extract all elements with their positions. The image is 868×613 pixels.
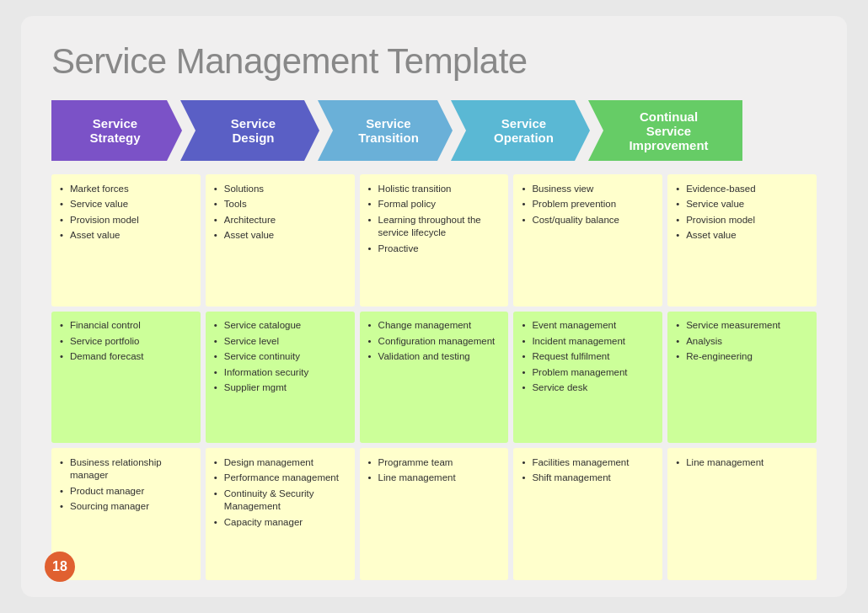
- list-item: Analysis: [676, 333, 808, 349]
- list-item: Service measurement: [676, 318, 808, 334]
- list-item: Service continuity: [214, 349, 346, 365]
- cell-r3-st: Programme team Line management: [360, 448, 509, 580]
- list-item: Cost/quality balance: [522, 212, 654, 228]
- arrow-label-ss: ServiceStrategy: [89, 116, 140, 145]
- arrow-label-st: ServiceTransition: [358, 116, 419, 145]
- list-item: Asset value: [676, 228, 808, 244]
- page-title: Service Management Template: [51, 41, 817, 82]
- cell-r1-st: Holistic transition Formal policy Learni…: [360, 174, 509, 306]
- list-item: Architecture: [214, 212, 346, 228]
- list-item: Information security: [214, 365, 346, 381]
- list-item: Problem prevention: [522, 197, 654, 213]
- list-item: Holistic transition: [368, 181, 501, 197]
- cell-r3-so: Facilities management Shift management: [513, 448, 662, 580]
- list-item: Request fulfilment: [522, 349, 654, 365]
- arrow-service-design: ServiceDesign: [180, 100, 319, 161]
- list-item: Problem management: [522, 365, 654, 381]
- list-item: Business relationship manager: [60, 455, 192, 483]
- list-item: Incident management: [522, 333, 654, 349]
- list-item: Validation and testing: [368, 349, 501, 365]
- cell-r1-csi: Evidence-based Service value Provision m…: [667, 174, 817, 306]
- list-item: Proactive: [368, 241, 501, 257]
- cell-r1-so: Business view Problem prevention Cost/qu…: [513, 174, 662, 306]
- list-item: Solutions: [214, 181, 346, 197]
- list-item: Market forces: [60, 181, 192, 197]
- arrow-header: ServiceStrategy ServiceDesign ServiceTra…: [51, 100, 817, 161]
- cell-r2-csi: Service measurement Analysis Re-engineer…: [667, 312, 817, 444]
- list-item: Configuration management: [368, 333, 501, 349]
- content-grid: Market forces Service value Provision mo…: [51, 174, 817, 580]
- list-item: Tools: [214, 197, 346, 213]
- list-item: Service catalogue: [214, 318, 346, 334]
- list-item: Shift management: [522, 471, 654, 487]
- cell-r2-st: Change management Configuration manageme…: [360, 312, 509, 444]
- slide: Service Management Template ServiceStrat…: [21, 16, 847, 597]
- cell-r2-so: Event management Incident management Req…: [513, 312, 662, 444]
- cell-r1-ss: Market forces Service value Provision mo…: [51, 174, 201, 306]
- cell-r3-csi: Line management: [667, 448, 817, 580]
- arrow-label-sd: ServiceDesign: [231, 116, 276, 145]
- list-item: Facilities management: [522, 455, 654, 471]
- list-item: Line management: [676, 455, 808, 471]
- list-item: Event management: [522, 318, 654, 334]
- list-item: Service desk: [522, 381, 654, 397]
- list-item: Supplier mgmt: [214, 381, 346, 397]
- list-item: Evidence-based: [676, 181, 808, 197]
- list-item: Sourcing manager: [60, 499, 192, 515]
- list-item: Service value: [676, 197, 808, 213]
- list-item: Design management: [214, 455, 346, 471]
- arrow-csi: ContinualServiceImprovement: [588, 100, 742, 161]
- list-item: Programme team: [368, 455, 501, 471]
- list-item: Asset value: [60, 228, 192, 244]
- list-item: Service level: [214, 333, 346, 349]
- arrow-service-transition: ServiceTransition: [318, 100, 453, 161]
- cell-r3-sd: Design management Performance management…: [206, 448, 355, 580]
- content-row-1: Market forces Service value Provision mo…: [51, 174, 817, 306]
- list-item: Demand forecast: [60, 349, 192, 365]
- cell-r2-sd: Service catalogue Service level Service …: [206, 312, 355, 444]
- page-number: 18: [45, 552, 75, 582]
- arrow-service-operation: ServiceOperation: [451, 100, 590, 161]
- cell-r1-sd: Solutions Tools Architecture Asset value: [206, 174, 355, 306]
- content-row-3: Business relationship manager Product ma…: [51, 448, 817, 580]
- arrow-service-strategy: ServiceStrategy: [51, 100, 182, 161]
- arrow-label-csi: ContinualServiceImprovement: [629, 109, 708, 152]
- arrow-label-so: ServiceOperation: [494, 116, 554, 145]
- list-item: Business view: [522, 181, 654, 197]
- list-item: Change management: [368, 318, 501, 334]
- list-item: Provision model: [60, 212, 192, 228]
- list-item: Capacity manager: [214, 514, 346, 530]
- list-item: Performance management: [214, 471, 346, 487]
- list-item: Financial control: [60, 318, 192, 334]
- list-item: Formal policy: [368, 197, 501, 213]
- list-item: Learning throughout the service lifecycl…: [368, 212, 501, 241]
- cell-r2-ss: Financial control Service portfolio Dema…: [51, 312, 201, 444]
- list-item: Line management: [368, 471, 501, 487]
- content-row-2: Financial control Service portfolio Dema…: [51, 312, 817, 444]
- list-item: Provision model: [676, 212, 808, 228]
- list-item: Product manager: [60, 483, 192, 499]
- list-item: Service value: [60, 197, 192, 213]
- list-item: Service portfolio: [60, 333, 192, 349]
- list-item: Asset value: [214, 228, 346, 244]
- list-item: Continuity & Security Management: [214, 486, 346, 514]
- list-item: Re-engineering: [676, 349, 808, 365]
